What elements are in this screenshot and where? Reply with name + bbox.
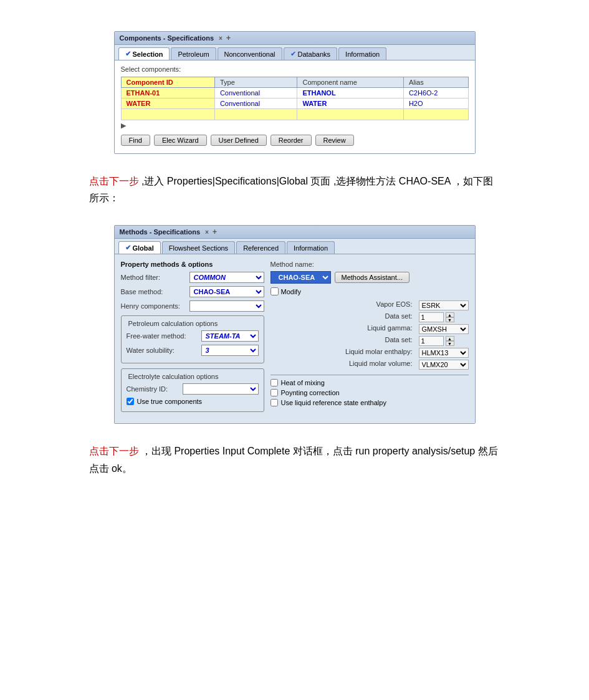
tab-nonconventional[interactable]: Nonconventional <box>218 47 282 60</box>
components-table: Component ID Type Component name Alias E… <box>121 77 469 120</box>
liquid-molar-enthalpy-label: Liquid molar enthalpy: <box>271 348 415 358</box>
empty-row <box>121 109 468 120</box>
liquid-gamma-label: Liquid gamma: <box>271 324 415 334</box>
tab-databanks-label: Databanks <box>298 50 331 58</box>
empty-cell-1 <box>121 109 214 120</box>
text1-content: 点击下一步 ,进入 Properties|Specifications|Glob… <box>89 176 493 203</box>
user-defined-button[interactable]: User Defined <box>211 135 267 146</box>
text2-normal: ，出现 Properties Input Complete 对话框，点击 run… <box>89 446 498 473</box>
tab-global[interactable]: ✔ Global <box>118 241 161 254</box>
tab-selection[interactable]: ✔ Selection <box>118 47 170 60</box>
methods-assistant-button[interactable]: Methods Assistant... <box>335 272 409 283</box>
add-tab-button[interactable]: + <box>226 34 231 42</box>
text-section-1: 点击下一步 ,进入 Properties|Specifications|Glob… <box>89 173 500 206</box>
spin-down-1[interactable]: ▼ <box>446 317 454 322</box>
cell-alias-1: C2H6O-2 <box>403 88 468 98</box>
heat-of-mixing-checkbox[interactable] <box>271 379 278 386</box>
poynting-correction-row: Poynting correction <box>271 389 469 396</box>
tab-petroleum[interactable]: Petroleum <box>171 47 216 60</box>
components-tabs-bar: ✔ Selection Petroleum Nonconventional ✔ … <box>115 45 475 60</box>
base-method-label: Base method: <box>121 288 189 295</box>
use-true-components-label: Use true components <box>137 398 203 405</box>
spin-up-2[interactable]: ▲ <box>446 336 454 341</box>
data-set-2-label: Data set: <box>271 336 415 346</box>
data-set-2-input[interactable] <box>419 336 444 346</box>
col-header-type: Type <box>214 77 297 88</box>
tab-referenced[interactable]: Referenced <box>236 241 285 254</box>
use-liquid-ref-label: Use liquid reference state enthalpy <box>281 399 386 406</box>
liquid-molar-volume-select[interactable]: VLMX20 <box>419 360 469 370</box>
spin-up-1[interactable]: ▲ <box>446 312 454 317</box>
text1-normal-1: ,进入 Properties|Specifications|Global 页面 … <box>89 176 493 203</box>
right-grid: Vapor EOS: ESRK Data set: ▲ ▼ Liquid gam… <box>271 300 469 370</box>
chemistry-id-row: Chemistry ID: <box>127 383 259 395</box>
close-icon[interactable]: × <box>219 35 223 42</box>
poynting-correction-checkbox[interactable] <box>271 389 278 396</box>
water-solubility-label: Water solubility: <box>127 347 201 354</box>
reorder-button[interactable]: Reorder <box>271 135 312 146</box>
use-liquid-ref-checkbox[interactable] <box>271 399 278 406</box>
method-name-label-static: Method name: <box>271 261 469 268</box>
spin-down-2[interactable]: ▼ <box>446 341 454 346</box>
petroleum-legend: Petroleum calculation options <box>127 320 259 327</box>
divider <box>271 375 469 375</box>
methods-right-panel: Method name: CHAO-SEA Methods Assistant.… <box>271 261 469 417</box>
petroleum-fieldset: Petroleum calculation options Free-water… <box>121 315 264 363</box>
methods-left-panel: Property methods & options Method filter… <box>121 261 264 417</box>
tab-info[interactable]: Information <box>287 241 335 254</box>
table-row[interactable]: ETHAN-01 Conventional ETHANOL C2H6O-2 <box>121 88 468 98</box>
methods-title: Methods - Specifications <box>120 228 201 236</box>
electrolyte-fieldset: Electrolyte calculation options Chemistr… <box>121 368 264 412</box>
water-solubility-row: Water solubility: 3 <box>127 345 259 356</box>
tab-referenced-label: Referenced <box>243 244 279 252</box>
tab-flowsheet-sections[interactable]: Flowsheet Sections <box>162 241 235 254</box>
tab-nonconventional-label: Nonconventional <box>224 50 275 58</box>
data-set-1-value-row: ▲ ▼ <box>419 312 469 322</box>
methods-add-tab-button[interactable]: + <box>213 228 217 236</box>
data-set-1-input[interactable] <box>419 312 444 322</box>
heat-of-mixing-row: Heat of mixing <box>271 379 469 386</box>
henry-components-label: Henry components: <box>121 302 189 310</box>
heat-of-mixing-label: Heat of mixing <box>281 379 325 386</box>
col-header-id: Component ID <box>121 77 214 88</box>
find-button[interactable]: Find <box>121 135 150 146</box>
base-method-select[interactable]: CHAO-SEA <box>189 286 264 297</box>
liquid-molar-enthalpy-select[interactable]: HLMX13 <box>419 348 469 358</box>
free-water-select[interactable]: STEAM-TA <box>201 330 259 342</box>
liquid-molar-volume-value-row: VLMX20 <box>419 360 469 370</box>
method-filter-select[interactable]: COMMON <box>189 272 264 283</box>
use-true-components-checkbox[interactable] <box>127 398 134 405</box>
spin-control-1: ▲ ▼ <box>446 312 454 322</box>
vapor-eos-select[interactable]: ESRK <box>419 300 469 310</box>
elec-wizard-button[interactable]: Elec Wizard <box>154 135 207 146</box>
free-water-row: Free-water method: STEAM-TA <box>127 330 259 342</box>
tab-flowsheet-label: Flowsheet Sections <box>169 244 228 252</box>
use-liquid-ref-row: Use liquid reference state enthalpy <box>271 399 469 406</box>
review-button[interactable]: Review <box>315 135 354 146</box>
chemistry-id-select[interactable] <box>183 383 259 395</box>
select-components-label: Select components: <box>121 65 469 73</box>
liquid-gamma-select[interactable]: GMXSH <box>419 324 469 334</box>
methods-panel: Methods - Specifications × + ✔ Global Fl… <box>114 225 476 424</box>
data-set-1-label: Data set: <box>271 312 415 322</box>
liquid-molar-volume-label: Liquid molar volume: <box>271 360 415 370</box>
method-name-select[interactable]: CHAO-SEA <box>271 271 331 284</box>
text1-red: 点击下一步 <box>89 176 139 186</box>
cell-type-1: Conventional <box>214 88 297 98</box>
tab-petroleum-label: Petroleum <box>178 50 209 58</box>
modify-checkbox[interactable] <box>271 287 279 295</box>
method-filter-label: Method filter: <box>121 274 189 281</box>
chemistry-id-label: Chemistry ID: <box>127 385 183 393</box>
use-true-components-row: Use true components <box>127 398 259 405</box>
water-solubility-select[interactable]: 3 <box>201 345 259 356</box>
tab-information[interactable]: Information <box>338 47 386 60</box>
empty-cell-3 <box>297 109 403 120</box>
table-row[interactable]: WATER Conventional WATER H2O <box>121 98 468 109</box>
methods-close-icon[interactable]: × <box>205 229 209 236</box>
components-panel: Components - Specifications × + ✔ Select… <box>114 31 476 154</box>
tab-check-icon: ✔ <box>125 50 131 58</box>
henry-components-select[interactable] <box>189 300 264 312</box>
tab-databanks-check-icon: ✔ <box>290 50 296 58</box>
tab-databanks[interactable]: ✔ Databanks <box>284 47 338 60</box>
vapor-eos-label: Vapor EOS: <box>271 300 415 310</box>
